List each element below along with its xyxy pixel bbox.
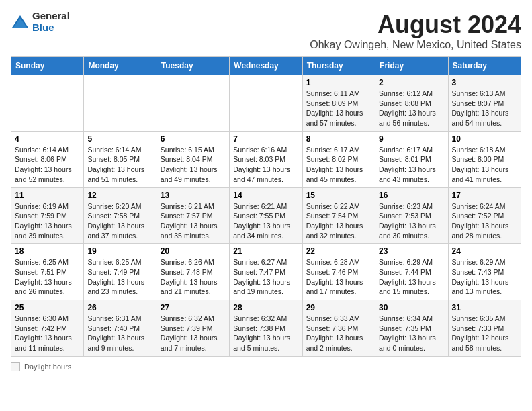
day-info: Sunrise: 6:31 AM Sunset: 7:40 PM Dayligh…	[87, 314, 152, 353]
day-number: 3	[452, 78, 517, 87]
calendar-day-header: Friday	[375, 57, 448, 75]
calendar-week-row: 25Sunrise: 6:30 AM Sunset: 7:42 PM Dayli…	[11, 300, 521, 357]
calendar-day-header: Tuesday	[157, 57, 229, 75]
calendar-cell: 26Sunrise: 6:31 AM Sunset: 7:40 PM Dayli…	[84, 300, 157, 357]
day-info: Sunrise: 6:32 AM Sunset: 7:38 PM Dayligh…	[233, 314, 298, 353]
day-number: 16	[379, 191, 444, 200]
calendar-cell: 27Sunrise: 6:32 AM Sunset: 7:39 PM Dayli…	[157, 300, 229, 357]
day-number: 1	[306, 78, 371, 87]
day-info: Sunrise: 6:26 AM Sunset: 7:48 PM Dayligh…	[161, 257, 226, 297]
day-info: Sunrise: 6:23 AM Sunset: 7:53 PM Dayligh…	[379, 201, 444, 241]
page-subtitle: Ohkay Owingeh, New Mexico, United States	[310, 39, 521, 51]
day-info: Sunrise: 6:15 AM Sunset: 8:04 PM Dayligh…	[161, 145, 226, 185]
header: General Blue August 2024 Ohkay Owingeh, …	[11, 11, 521, 51]
day-number: 17	[452, 191, 517, 200]
calendar-cell: 31Sunrise: 6:35 AM Sunset: 7:33 PM Dayli…	[448, 300, 521, 357]
calendar-cell: 16Sunrise: 6:23 AM Sunset: 7:53 PM Dayli…	[375, 187, 448, 244]
day-number: 18	[15, 246, 80, 256]
daylight-label: Daylight hours	[24, 363, 71, 371]
calendar-cell: 15Sunrise: 6:22 AM Sunset: 7:54 PM Dayli…	[302, 187, 375, 244]
day-number: 22	[306, 246, 371, 256]
calendar-cell: 17Sunrise: 6:24 AM Sunset: 7:52 PM Dayli…	[448, 187, 521, 244]
calendar-cell: 19Sunrise: 6:25 AM Sunset: 7:49 PM Dayli…	[84, 244, 157, 300]
day-number: 31	[452, 303, 517, 312]
day-number: 15	[306, 191, 371, 200]
day-number: 12	[87, 191, 152, 200]
calendar-cell: 10Sunrise: 6:18 AM Sunset: 8:00 PM Dayli…	[448, 131, 521, 187]
day-number: 4	[15, 134, 80, 144]
calendar-header-row: SundayMondayTuesdayWednesdayThursdayFrid…	[11, 57, 521, 75]
day-info: Sunrise: 6:18 AM Sunset: 8:00 PM Dayligh…	[452, 145, 517, 185]
calendar-cell: 28Sunrise: 6:32 AM Sunset: 7:38 PM Dayli…	[230, 300, 302, 357]
day-info: Sunrise: 6:27 AM Sunset: 7:47 PM Dayligh…	[233, 257, 298, 297]
day-number: 7	[233, 134, 298, 144]
day-number: 26	[87, 303, 152, 312]
calendar-cell: 3Sunrise: 6:13 AM Sunset: 8:07 PM Daylig…	[448, 75, 521, 132]
day-number: 28	[233, 303, 298, 312]
day-number: 23	[379, 246, 444, 256]
day-number: 21	[233, 246, 298, 256]
day-info: Sunrise: 6:11 AM Sunset: 8:09 PM Dayligh…	[306, 89, 371, 128]
day-info: Sunrise: 6:14 AM Sunset: 8:05 PM Dayligh…	[87, 145, 152, 185]
day-number: 13	[161, 191, 226, 200]
day-number: 29	[306, 303, 371, 312]
day-info: Sunrise: 6:12 AM Sunset: 8:08 PM Dayligh…	[379, 89, 444, 128]
day-number: 30	[379, 303, 444, 312]
day-info: Sunrise: 6:20 AM Sunset: 7:58 PM Dayligh…	[87, 201, 152, 241]
calendar-table: SundayMondayTuesdayWednesdayThursdayFrid…	[11, 56, 521, 357]
logo-blue-text: Blue	[32, 22, 70, 34]
calendar-cell: 23Sunrise: 6:29 AM Sunset: 7:44 PM Dayli…	[375, 244, 448, 300]
day-number: 14	[233, 191, 298, 200]
logo-general-text: General	[32, 11, 70, 22]
day-number: 10	[452, 134, 517, 144]
day-info: Sunrise: 6:34 AM Sunset: 7:35 PM Dayligh…	[379, 314, 444, 353]
calendar-cell	[157, 75, 229, 132]
day-info: Sunrise: 6:33 AM Sunset: 7:36 PM Dayligh…	[306, 314, 371, 353]
calendar-cell: 11Sunrise: 6:19 AM Sunset: 7:59 PM Dayli…	[11, 187, 84, 244]
calendar-cell: 9Sunrise: 6:17 AM Sunset: 8:01 PM Daylig…	[375, 131, 448, 187]
day-number: 11	[15, 191, 80, 200]
logo-text: General Blue	[32, 11, 70, 33]
calendar-cell: 25Sunrise: 6:30 AM Sunset: 7:42 PM Dayli…	[11, 300, 84, 357]
day-number: 25	[15, 303, 80, 312]
day-number: 9	[379, 134, 444, 144]
day-info: Sunrise: 6:29 AM Sunset: 7:44 PM Dayligh…	[379, 257, 444, 297]
calendar-cell	[230, 75, 302, 132]
day-info: Sunrise: 6:32 AM Sunset: 7:39 PM Dayligh…	[161, 314, 226, 353]
footer: Daylight hours	[11, 362, 521, 371]
daylight-box-icon	[11, 362, 20, 371]
day-info: Sunrise: 6:24 AM Sunset: 7:52 PM Dayligh…	[452, 201, 517, 241]
calendar-cell: 30Sunrise: 6:34 AM Sunset: 7:35 PM Dayli…	[375, 300, 448, 357]
day-info: Sunrise: 6:28 AM Sunset: 7:46 PM Dayligh…	[306, 257, 371, 297]
calendar-cell: 18Sunrise: 6:25 AM Sunset: 7:51 PM Dayli…	[11, 244, 84, 300]
day-number: 8	[306, 134, 371, 144]
day-info: Sunrise: 6:17 AM Sunset: 8:01 PM Dayligh…	[379, 145, 444, 185]
calendar-week-row: 18Sunrise: 6:25 AM Sunset: 7:51 PM Dayli…	[11, 244, 521, 300]
page-title: August 2024	[310, 11, 521, 39]
calendar-day-header: Monday	[84, 57, 157, 75]
day-number: 5	[87, 134, 152, 144]
calendar-week-row: 4Sunrise: 6:14 AM Sunset: 8:06 PM Daylig…	[11, 131, 521, 187]
calendar-cell: 24Sunrise: 6:29 AM Sunset: 7:43 PM Dayli…	[448, 244, 521, 300]
calendar-day-header: Saturday	[448, 57, 521, 75]
day-info: Sunrise: 6:22 AM Sunset: 7:54 PM Dayligh…	[306, 201, 371, 241]
day-number: 2	[379, 78, 444, 87]
calendar-cell: 4Sunrise: 6:14 AM Sunset: 8:06 PM Daylig…	[11, 131, 84, 187]
day-info: Sunrise: 6:21 AM Sunset: 7:57 PM Dayligh…	[161, 201, 226, 241]
calendar-cell: 2Sunrise: 6:12 AM Sunset: 8:08 PM Daylig…	[375, 75, 448, 132]
day-number: 27	[161, 303, 226, 312]
day-info: Sunrise: 6:16 AM Sunset: 8:03 PM Dayligh…	[233, 145, 298, 185]
day-number: 20	[161, 246, 226, 256]
logo-icon	[11, 13, 30, 32]
calendar-cell: 6Sunrise: 6:15 AM Sunset: 8:04 PM Daylig…	[157, 131, 229, 187]
calendar-cell: 20Sunrise: 6:26 AM Sunset: 7:48 PM Dayli…	[157, 244, 229, 300]
calendar-day-header: Sunday	[11, 57, 84, 75]
calendar-day-header: Thursday	[302, 57, 375, 75]
day-info: Sunrise: 6:25 AM Sunset: 7:51 PM Dayligh…	[15, 257, 80, 297]
calendar-cell: 5Sunrise: 6:14 AM Sunset: 8:05 PM Daylig…	[84, 131, 157, 187]
day-info: Sunrise: 6:30 AM Sunset: 7:42 PM Dayligh…	[15, 314, 80, 353]
calendar-cell: 29Sunrise: 6:33 AM Sunset: 7:36 PM Dayli…	[302, 300, 375, 357]
calendar-cell: 1Sunrise: 6:11 AM Sunset: 8:09 PM Daylig…	[302, 75, 375, 132]
calendar-cell: 21Sunrise: 6:27 AM Sunset: 7:47 PM Dayli…	[230, 244, 302, 300]
day-info: Sunrise: 6:21 AM Sunset: 7:55 PM Dayligh…	[233, 201, 298, 241]
